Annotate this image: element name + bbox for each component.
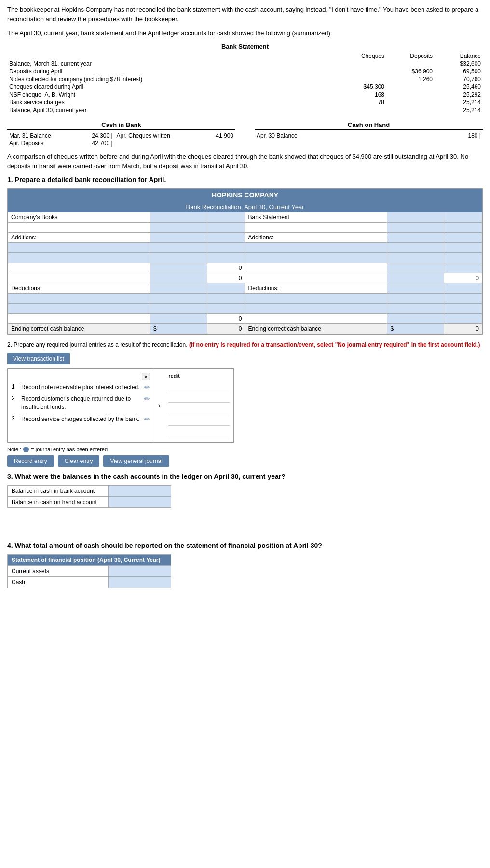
recon-add-s2[interactable] (447, 234, 479, 241)
recon-ending-b-input[interactable] (153, 325, 204, 332)
recon-ded-sub-s-val[interactable] (447, 315, 479, 322)
recon-b-input[interactable] (153, 224, 204, 231)
recon-ending-bank-zero: 0 (444, 323, 482, 334)
recon-ded-detail-1 (8, 293, 482, 303)
recon-add-detail-s2-val[interactable] (390, 254, 441, 261)
table-header-row: Statement of financial position (April 3… (8, 554, 171, 565)
recon-additions-row: Additions: Additions: (8, 232, 482, 242)
question4-table: Statement of financial position (April 3… (7, 554, 171, 588)
recon-sub-s2[interactable] (390, 275, 441, 281)
recon-ded-detail-b-total[interactable] (210, 295, 242, 302)
recon-ded-detail-b2-label[interactable] (11, 305, 147, 312)
chevron-right-icon[interactable]: › (158, 401, 161, 410)
recon-sub-b2[interactable] (153, 275, 204, 281)
q4-cash-label: Cash (8, 576, 109, 588)
recon-add-detail-b-label[interactable] (11, 244, 147, 251)
recon-ded-subtotal: 0 (8, 313, 482, 323)
list-item: 2 Record customer's cheque returned due … (12, 395, 150, 411)
comparison-text: A comparison of cheques written before a… (7, 152, 483, 171)
recon-ending-books-zero: 0 (207, 323, 245, 334)
edit-icon-3[interactable]: ✏ (144, 415, 150, 423)
table-row: Balance in cash on hand account (8, 496, 171, 507)
q4-current-assets-input[interactable] (112, 568, 167, 574)
recon-add-detail-s-val[interactable] (390, 244, 441, 251)
recon-ded-sub-s[interactable] (390, 315, 441, 322)
recon-add-detail-s-total[interactable] (447, 244, 479, 251)
recon-ded-detail-s-total[interactable] (447, 295, 479, 302)
record-entry-button[interactable]: Record entry (7, 455, 54, 467)
recon-add-b2[interactable] (210, 234, 242, 241)
journal-credit-input-3[interactable] (168, 404, 230, 411)
recon-add-detail-b-total[interactable] (210, 244, 242, 251)
recon-ded-detail-b-label[interactable] (11, 295, 147, 302)
journal-input-row-2[interactable] (168, 392, 230, 403)
recon-add-s1[interactable] (390, 234, 441, 241)
recon-add-detail-b2-label[interactable] (11, 254, 147, 261)
recon-ded-detail-s-val[interactable] (390, 295, 441, 302)
journal-credit-input-2[interactable] (168, 392, 230, 399)
recon-ded-detail-s-label[interactable] (248, 295, 384, 302)
mar31-value: 24,300 | (77, 132, 115, 140)
journal-credit-input-5[interactable] (168, 427, 230, 434)
recon-ded-b1[interactable] (153, 285, 204, 292)
recon-ded-sub-b[interactable] (153, 315, 204, 322)
recon-add-detail-s2-label[interactable] (248, 254, 384, 261)
recon-ending-row: Ending correct cash balance 0 Ending cor… (8, 323, 482, 334)
recon-ded-detail-b-val[interactable] (153, 295, 204, 302)
q3-hand-input[interactable] (112, 499, 167, 505)
recon-s-input[interactable] (390, 224, 441, 231)
recon-books-input-1[interactable] (153, 214, 204, 221)
q4-cash-input[interactable] (112, 579, 167, 586)
clear-entry-button[interactable]: Clear entry (58, 455, 100, 467)
close-button[interactable]: × (142, 373, 150, 380)
cash-on-hand-label: Apr. 30 Balance (255, 132, 421, 140)
recon-ending-s-input[interactable] (390, 325, 441, 332)
recon-ded-detail-b2-total[interactable] (210, 305, 242, 312)
edit-icon-1[interactable]: ✏ (144, 383, 150, 391)
recon-bank-input-2[interactable] (447, 214, 479, 221)
recon-sub-b1[interactable] (153, 265, 204, 271)
journal-credit-input-1[interactable] (168, 381, 230, 388)
cash-on-hand-value: 180 | (421, 132, 483, 140)
q3-bank-input[interactable] (112, 488, 167, 494)
list-item: 1 Record note receivable plus interest c… (12, 383, 150, 392)
recon-sub-s1[interactable] (390, 265, 441, 271)
recon-title: Bank Reconciliation, April 30, Current Y… (8, 201, 482, 212)
recon-add-detail-1 (8, 242, 482, 252)
recon-books-input-2[interactable] (210, 214, 242, 221)
recon-empty-row-1 (8, 222, 482, 232)
journal-input-row-1[interactable] (168, 380, 230, 391)
table-row: Current assets (8, 565, 171, 576)
transaction-desc-3: Record service charges collected by the … (21, 415, 141, 423)
transaction-num-3: 3 (12, 415, 18, 422)
recon-sub-s1-val[interactable] (447, 265, 479, 271)
edit-icon-2[interactable]: ✏ (144, 395, 150, 403)
recon-s-input2[interactable] (447, 224, 479, 231)
recon-ded-s1[interactable] (390, 285, 441, 292)
view-general-journal-button[interactable]: View general journal (103, 455, 169, 467)
recon-add-detail-b-val[interactable] (153, 244, 204, 251)
journal-input-row-4[interactable] (168, 415, 230, 426)
action-buttons: Record entry Clear entry View general jo… (7, 455, 483, 467)
bank-statement-table: Cheques Deposits Balance Balance, March … (7, 52, 483, 114)
recon-ded-detail-s2-val[interactable] (390, 305, 441, 312)
recon-add-detail-s-label[interactable] (248, 244, 384, 251)
recon-add-detail-s2-total[interactable] (447, 254, 479, 261)
ledger-section: Cash in Bank Mar. 31 Balance 24,300 | Ap… (7, 121, 483, 147)
journal-credit-input-4[interactable] (168, 416, 230, 422)
table-row: Apr. 30 Balance 180 | (255, 132, 483, 140)
recon-ded-detail-b2-val[interactable] (153, 305, 204, 312)
recon-ded-s2[interactable] (447, 285, 479, 292)
view-transaction-list-button[interactable]: View transaction list (7, 353, 70, 364)
recon-ded-detail-s2-total[interactable] (447, 305, 479, 312)
question3-section: 3. What were the balances in the cash ac… (7, 473, 483, 508)
recon-add-b1[interactable] (153, 234, 204, 241)
recon-b-input2[interactable] (210, 224, 242, 231)
recon-ded-detail-s2-label[interactable] (248, 305, 384, 312)
recon-add-detail-b2-val[interactable] (153, 254, 204, 261)
recon-ded-b2[interactable] (210, 285, 242, 292)
recon-add-detail-b2-total[interactable] (210, 254, 242, 261)
recon-bank-input-1[interactable] (390, 214, 441, 221)
journal-input-row-5[interactable] (168, 427, 230, 437)
journal-input-row-3[interactable] (168, 404, 230, 414)
